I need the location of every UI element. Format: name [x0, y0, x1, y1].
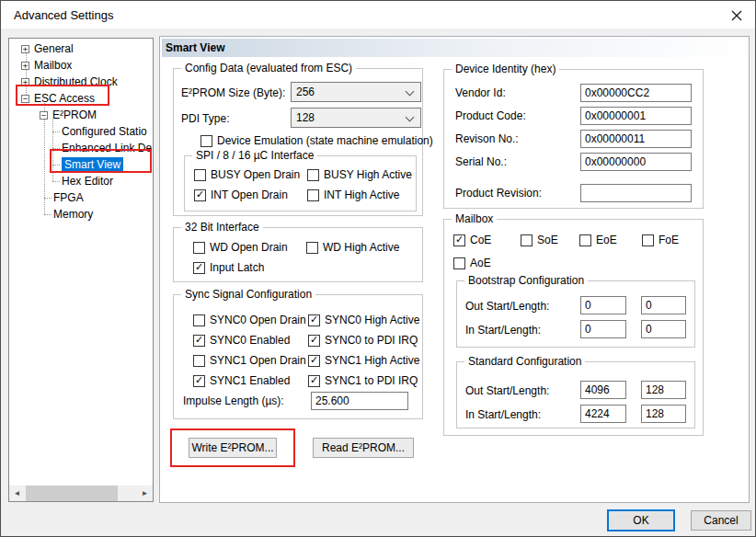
checkbox-label: WD High Active — [323, 241, 399, 254]
bootstrap-in-start-field[interactable]: 0 — [580, 320, 626, 338]
close-icon[interactable] — [729, 8, 744, 23]
checkbox-label: INT Open Drain — [211, 189, 288, 201]
tree-connector — [44, 214, 52, 215]
expand-plus-icon[interactable]: + — [21, 78, 29, 86]
scroll-right-arrow-icon[interactable]: ► — [137, 486, 153, 501]
standard-out-start-field[interactable]: 4096 — [580, 381, 626, 399]
tree-item-distributed-clock[interactable]: + Distributed Clock — [9, 74, 153, 90]
checkbox-sync1-to-pdi-irq[interactable]: ✓ SYNC1 to PDI IRQ — [308, 374, 418, 387]
tree-item-hex-editor[interactable]: Hex Editor — [9, 173, 153, 189]
chevron-down-icon — [406, 87, 415, 97]
bootstrap-out-start-field[interactable]: 0 — [580, 296, 626, 314]
checkbox-label: SYNC0 to PDI IRQ — [325, 334, 418, 347]
product-code-field[interactable]: 0x00000001 — [580, 107, 692, 125]
checkbox-eoe[interactable]: EoE — [579, 234, 617, 246]
cancel-button[interactable]: Cancel — [691, 510, 751, 531]
checkbox-int-high-active[interactable]: INT High Active — [307, 189, 399, 201]
ok-button[interactable]: OK — [607, 509, 675, 531]
checkbox-sync0-to-pdi-irq[interactable]: ✓ SYNC0 to PDI IRQ — [308, 334, 418, 347]
checkbox-label: SYNC1 Enabled — [210, 374, 290, 387]
tree-item-mailbox[interactable]: + Mailbox — [9, 57, 153, 74]
group-standard-configuration: Standard Configuration Out Start/Length:… — [456, 361, 695, 428]
scroll-left-arrow-icon[interactable]: ◄ — [9, 486, 25, 501]
checkbox-label: SoE — [537, 234, 558, 246]
checkbox-wd-high-active[interactable]: WD High Active — [306, 241, 399, 254]
serial-no-field[interactable]: 0x00000000 — [580, 153, 692, 171]
tree-item-general[interactable]: + General — [9, 40, 153, 57]
checkbox-sync1-open-drain[interactable]: SYNC1 Open Drain — [193, 354, 306, 367]
group-device-identity: Device Identity (hex) Vendor Id: 0x00000… — [443, 69, 704, 209]
group-title: Config Data (evaluated from ESC) — [181, 62, 356, 74]
checkbox-input-latch[interactable]: ✓ Input Latch — [193, 261, 264, 274]
tree-horizontal-scrollbar[interactable]: ◄ ► — [9, 486, 153, 501]
checkbox-label: CoE — [470, 234, 491, 246]
write-eeprom-button[interactable]: Write E²PROM... — [189, 438, 277, 458]
checkbox-aoe[interactable]: AoE — [453, 257, 491, 269]
checkbox-label: FoE — [659, 234, 679, 246]
group-mailbox: Mailbox ✓ CoE SoE EoE FoE AoE B — [443, 219, 704, 436]
standard-in-length-field[interactable]: 128 — [641, 405, 686, 423]
vendor-id-label: Vendor Id: — [455, 86, 506, 99]
checkmark-icon: ✓ — [310, 335, 318, 345]
product-revision-label: Product Revision: — [455, 187, 542, 200]
impulse-length-field[interactable]: 25.600 — [311, 392, 408, 410]
checkbox-box — [193, 314, 205, 326]
tree-item-label: Hex Editor — [62, 175, 113, 188]
expand-minus-icon[interactable]: − — [21, 95, 29, 103]
standard-in-start-field[interactable]: 4224 — [580, 405, 626, 423]
product-revision-field[interactable] — [580, 184, 692, 202]
checkbox-device-emulation[interactable]: Device Emulation (state machine emulatio… — [200, 134, 433, 147]
checkbox-busy-open-drain[interactable]: BUSY Open Drain — [194, 168, 300, 181]
bootstrap-in-length-field[interactable]: 0 — [641, 320, 686, 338]
checkbox-box — [193, 355, 205, 367]
checkbox-sync0-enabled[interactable]: ✓ SYNC0 Enabled — [193, 334, 290, 347]
pdi-type-label: PDI Type: — [181, 112, 229, 125]
vendor-id-field[interactable]: 0x00000CC2 — [580, 84, 692, 102]
revision-no-field[interactable]: 0x00000011 — [580, 130, 692, 148]
checkbox-int-open-drain[interactable]: ✓ INT Open Drain — [194, 189, 288, 201]
checkmark-icon: ✓ — [195, 335, 203, 345]
standard-out-length-field[interactable]: 128 — [641, 381, 686, 399]
checkbox-box — [579, 234, 591, 246]
tree-item-memory[interactable]: Memory — [9, 206, 153, 223]
checkbox-foe[interactable]: FoE — [642, 234, 679, 246]
checkbox-box — [306, 242, 318, 254]
tree-item-label: Memory — [53, 208, 93, 221]
expand-plus-icon[interactable]: + — [21, 62, 29, 70]
tree-item-smart-view[interactable]: Smart View — [9, 156, 153, 173]
checkbox-box — [194, 169, 206, 181]
checkbox-sync1-high-active[interactable]: ✓ SYNC1 High Active — [308, 354, 419, 367]
out-start-length-label: Out Start/Length: — [465, 300, 549, 313]
tree-item-label: E²PROM — [52, 109, 97, 121]
checkbox-sync1-enabled[interactable]: ✓ SYNC1 Enabled — [193, 374, 290, 387]
pdi-type-select[interactable]: 128 — [291, 108, 421, 128]
checkbox-sync0-open-drain[interactable]: SYNC0 Open Drain — [193, 314, 306, 326]
serial-no-label: Serial No.: — [455, 155, 507, 168]
tree-connector — [44, 198, 52, 199]
selected-value: 128 — [296, 111, 315, 124]
checkbox-wd-open-drain[interactable]: WD Open Drain — [193, 241, 288, 254]
bootstrap-out-length-field[interactable]: 0 — [641, 296, 686, 314]
checkbox-box — [307, 189, 319, 201]
expand-minus-icon[interactable]: − — [40, 111, 48, 120]
smart-view-panel: Smart View Config Data (evaluated from E… — [159, 36, 750, 503]
scrollbar-thumb[interactable] — [26, 486, 118, 501]
selected-value: 256 — [296, 86, 315, 98]
expand-plus-icon[interactable]: + — [21, 45, 29, 53]
tree-item-esc-access[interactable]: − ESC Access — [9, 90, 153, 107]
read-eeprom-button[interactable]: Read E²PROM... — [313, 438, 414, 458]
checkbox-box — [193, 242, 205, 254]
checkbox-label: BUSY Open Drain — [211, 168, 300, 181]
checkbox-soe[interactable]: SoE — [521, 234, 558, 246]
checkbox-sync0-high-active[interactable]: ✓ SYNC0 High Active — [308, 314, 419, 326]
tree-item-enhanced-link-detection[interactable]: Enhanced Link De — [9, 140, 153, 156]
tree-item-configured-station[interactable]: Configured Statio — [9, 123, 153, 140]
eeprom-size-select[interactable]: 256 — [291, 82, 421, 102]
checkbox-label: EoE — [596, 234, 617, 246]
tree-item-fpga[interactable]: FPGA — [9, 189, 153, 206]
checkbox-coe[interactable]: ✓ CoE — [453, 234, 491, 246]
window-title: Advanced Settings — [14, 8, 113, 22]
checkbox-busy-high-active[interactable]: BUSY High Active — [307, 168, 412, 181]
tree-item-eeprom[interactable]: − E²PROM — [9, 107, 153, 123]
checkbox-label: AoE — [470, 257, 491, 269]
